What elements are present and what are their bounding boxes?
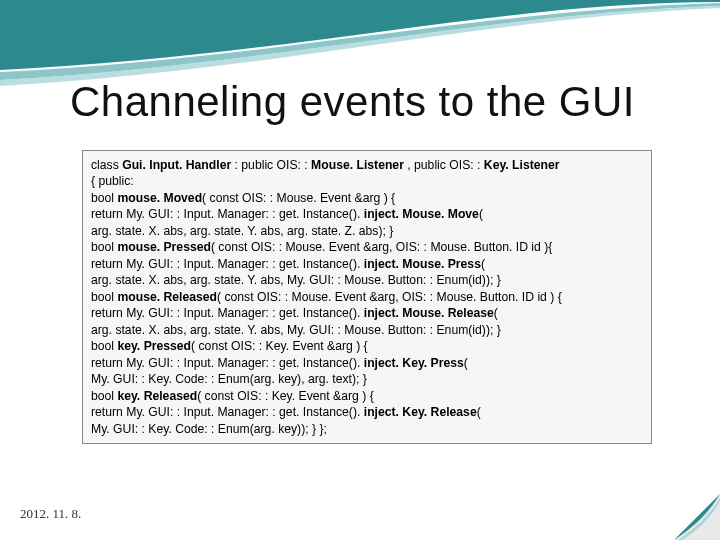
code-line: bool key. Pressed( const OIS: : Key. Eve… bbox=[91, 338, 643, 354]
code-line: return My. GUI: : Input. Manager: : get.… bbox=[91, 305, 643, 321]
code-line: arg. state. X. abs, arg. state. Y. abs, … bbox=[91, 322, 643, 338]
code-box: class Gui. Input. Handler : public OIS: … bbox=[82, 150, 652, 444]
slide-date: 2012. 11. 8. bbox=[20, 506, 81, 522]
code-line: My. GUI: : Key. Code: : Enum(arg. key), … bbox=[91, 371, 643, 387]
code-line: class Gui. Input. Handler : public OIS: … bbox=[91, 157, 643, 173]
code-line: { public: bbox=[91, 173, 643, 189]
code-line: return My. GUI: : Input. Manager: : get.… bbox=[91, 404, 643, 420]
slide-title: Channeling events to the GUI bbox=[70, 78, 680, 126]
code-line: arg. state. X. abs, arg. state. Y. abs, … bbox=[91, 272, 643, 288]
code-line: My. GUI: : Key. Code: : Enum(arg. key));… bbox=[91, 421, 643, 437]
code-line: bool key. Released( const OIS: : Key. Ev… bbox=[91, 388, 643, 404]
code-line: bool mouse. Released( const OIS: : Mouse… bbox=[91, 289, 643, 305]
code-line: return My. GUI: : Input. Manager: : get.… bbox=[91, 256, 643, 272]
page-curl-icon bbox=[674, 494, 720, 540]
code-line: return My. GUI: : Input. Manager: : get.… bbox=[91, 355, 643, 371]
code-line: return My. GUI: : Input. Manager: : get.… bbox=[91, 206, 643, 222]
code-line: arg. state. X. abs, arg. state. Y. abs, … bbox=[91, 223, 643, 239]
header-swoosh bbox=[0, 0, 720, 90]
code-line: bool mouse. Moved( const OIS: : Mouse. E… bbox=[91, 190, 643, 206]
code-line: bool mouse. Pressed( const OIS: : Mouse.… bbox=[91, 239, 643, 255]
